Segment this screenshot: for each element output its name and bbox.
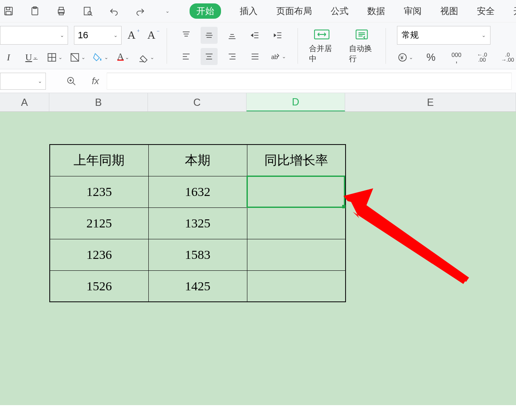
data-table: 上年同期 本期 同比增长率 1235 1632 2125 1325 1236 1… <box>49 144 346 302</box>
qa-more-icon[interactable]: ⌄ <box>158 3 175 20</box>
tabs-row: ⌄ 开始 插入 页面布局 公式 数据 审阅 视图 安全 开发工 <box>0 0 516 22</box>
redo-icon[interactable] <box>132 3 149 20</box>
fx-icon[interactable]: fx <box>92 76 99 87</box>
orientation-icon[interactable]: ab⌄ <box>269 48 286 65</box>
table-row: 1236 1583 <box>50 239 346 270</box>
col-header-C[interactable]: C <box>148 93 247 111</box>
name-box[interactable]: ⌄ <box>0 73 46 90</box>
cell[interactable]: 1425 <box>148 270 247 302</box>
separator <box>167 28 167 64</box>
header-prev-year[interactable]: 上年同期 <box>50 145 148 176</box>
number-format-value: 常规 <box>402 29 419 41</box>
separator <box>298 28 298 64</box>
clear-format-button[interactable]: ⌄ <box>138 49 155 66</box>
wrap-text-button[interactable]: 自动换行 <box>349 28 374 64</box>
underline-button[interactable]: U ⌄ <box>23 49 40 66</box>
zoom-icon[interactable] <box>66 76 77 86</box>
save-icon[interactable] <box>0 3 17 20</box>
annotation-arrow <box>336 188 476 316</box>
halign-center-icon[interactable] <box>201 48 218 65</box>
tab-data[interactable]: 数据 <box>367 5 385 17</box>
currency-button[interactable]: ¥⌄ <box>397 49 414 66</box>
cell[interactable]: 1236 <box>50 239 148 270</box>
svg-marker-53 <box>349 193 468 284</box>
chevron-down-icon: ⌄ <box>113 32 118 38</box>
col-header-B[interactable]: B <box>49 93 148 111</box>
number-group: 常规⌄ ¥⌄ % 000 , ←.0 .00 .0 →.00 <box>397 26 516 66</box>
tab-formula[interactable]: 公式 <box>331 5 349 17</box>
cell[interactable] <box>247 239 346 270</box>
font-size-value: 16 <box>78 30 88 41</box>
cell[interactable]: 1632 <box>148 176 247 207</box>
decrease-decimal-button[interactable]: ←.0 .00 <box>473 49 490 66</box>
font-color-button[interactable]: A⌄ <box>115 49 132 66</box>
cell[interactable]: 1583 <box>148 239 247 270</box>
merge-label: 合并居中 <box>309 43 335 64</box>
ribbon: ⌄ 开始 插入 页面布局 公式 数据 审阅 视图 安全 开发工 ⌄ 16⌄ <box>0 0 516 69</box>
inc-bot: →.00 <box>501 57 514 62</box>
borders-button[interactable]: ⌄ <box>46 49 63 66</box>
header-growth[interactable]: 同比增长率 <box>247 145 346 176</box>
tab-start[interactable]: 开始 <box>190 3 221 19</box>
indent-increase-icon[interactable] <box>269 27 286 44</box>
cell-style-button[interactable]: ⌄ <box>69 49 86 66</box>
font-size-select[interactable]: 16⌄ <box>74 26 122 45</box>
table-row: 1526 1425 <box>50 270 346 302</box>
valign-bottom-icon[interactable] <box>224 27 241 44</box>
wrap-label: 自动换行 <box>349 43 374 64</box>
print-icon[interactable] <box>53 3 70 20</box>
toolbar-row: ⌄ 16⌄ A A I U ⌄ ⌄ ⌄ ⌄ <box>0 22 516 69</box>
thousands-button[interactable]: 000 , <box>448 49 465 66</box>
svg-rect-8 <box>84 7 90 15</box>
svg-line-15 <box>71 54 79 61</box>
tab-view[interactable]: 视图 <box>440 5 458 17</box>
svg-rect-7 <box>59 12 63 15</box>
print-preview-icon[interactable] <box>79 3 96 20</box>
cell[interactable] <box>247 207 346 239</box>
tab-dev[interactable]: 开发工 <box>513 5 516 17</box>
cell[interactable] <box>247 270 346 302</box>
cell[interactable]: 1526 <box>50 270 148 302</box>
chevron-down-icon: ⌄ <box>60 32 64 38</box>
svg-line-10 <box>91 14 92 16</box>
valign-top-icon[interactable] <box>178 27 195 44</box>
valign-middle-icon[interactable] <box>201 27 218 44</box>
halign-left-icon[interactable] <box>178 48 195 65</box>
halign-justify-icon[interactable] <box>247 48 264 65</box>
tab-insert[interactable]: 插入 <box>240 5 258 17</box>
formula-bar: ⌄ fx <box>0 69 516 93</box>
font-name-select[interactable]: ⌄ <box>0 26 68 45</box>
dec-bot: .00 <box>478 57 486 62</box>
tab-layout[interactable]: 页面布局 <box>276 5 312 17</box>
separator <box>386 28 386 64</box>
tabs: 开始 插入 页面布局 公式 数据 审阅 视图 安全 开发工 <box>190 3 516 19</box>
halign-right-icon[interactable] <box>224 48 241 65</box>
percent-button[interactable]: % <box>422 49 439 66</box>
header-current[interactable]: 本期 <box>148 145 247 176</box>
cell[interactable] <box>247 176 346 207</box>
cell[interactable]: 2125 <box>50 207 148 239</box>
col-header-A[interactable]: A <box>0 93 49 111</box>
svg-marker-54 <box>343 188 373 210</box>
formula-input[interactable] <box>107 73 512 90</box>
tab-review[interactable]: 审阅 <box>404 5 422 17</box>
paste-icon[interactable] <box>26 3 43 20</box>
font-group: ⌄ 16⌄ A A I U ⌄ ⌄ ⌄ ⌄ <box>0 26 156 66</box>
indent-decrease-icon[interactable] <box>247 27 264 44</box>
col-header-E[interactable]: E <box>345 93 516 111</box>
align-group: ab⌄ <box>178 27 286 65</box>
tab-security[interactable]: 安全 <box>477 5 495 17</box>
grow-font-icon[interactable]: A <box>128 29 136 42</box>
col-header-D[interactable]: D <box>247 93 345 111</box>
increase-decimal-button[interactable]: .0 →.00 <box>499 49 516 66</box>
merge-center-button[interactable]: 合并居中 <box>309 28 335 64</box>
undo-icon[interactable] <box>105 3 122 20</box>
cell[interactable]: 1325 <box>148 207 247 239</box>
sheet-area[interactable]: 上年同期 本期 同比增长率 1235 1632 2125 1325 1236 1… <box>0 112 516 405</box>
svg-line-50 <box>73 82 75 85</box>
cell[interactable]: 1235 <box>50 176 148 207</box>
number-format-select[interactable]: 常规⌄ <box>397 26 490 45</box>
fill-color-button[interactable]: ⌄ <box>92 49 109 66</box>
italic-button[interactable]: I <box>0 49 17 66</box>
shrink-font-icon[interactable]: A <box>147 29 156 42</box>
